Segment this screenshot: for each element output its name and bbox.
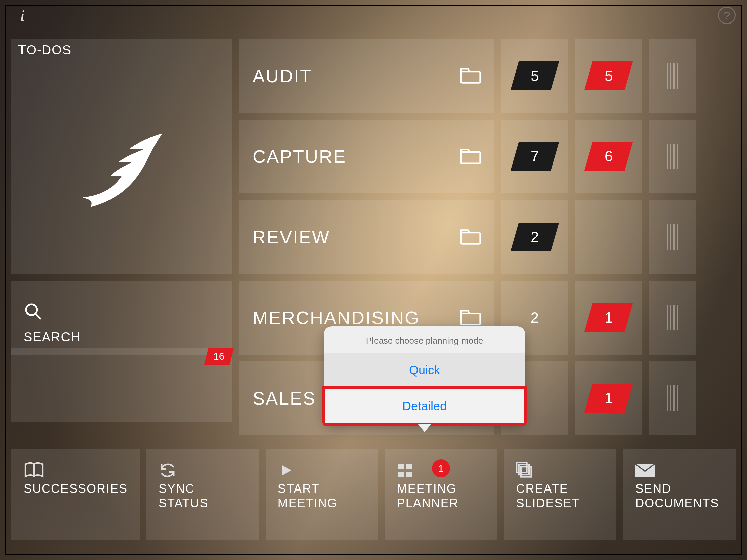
category-main[interactable]: CAPTURE [239,119,494,193]
svg-rect-9 [406,464,412,469]
svg-rect-3 [461,152,480,163]
category-label: SALES [253,388,316,408]
dark-badge: 2 [511,222,559,251]
svg-rect-2 [461,72,480,83]
brand-logo [11,69,232,274]
dark-badge: 7 [511,142,559,171]
category-count-secondary[interactable]: 6 [575,119,642,193]
category-main[interactable]: AUDIT [239,39,494,113]
folder-icon [460,310,481,326]
bottom-book-button[interactable]: SUCCESSORIES [11,449,140,540]
bottom-mail-button[interactable]: SEND DOCUMENTS [623,449,736,540]
svg-rect-11 [406,472,412,477]
svg-rect-8 [398,464,404,469]
category-label: REVIEW [253,226,330,247]
svg-rect-10 [398,472,404,477]
todos-tile[interactable]: TO-DOS [11,39,232,274]
help-icon[interactable]: ? [718,7,736,24]
todos-count-badge: 16 [204,348,234,365]
red-badge: 1 [585,384,633,412]
category-drag-handle[interactable] [649,200,696,274]
category-drag-handle[interactable] [649,281,696,354]
svg-rect-4 [461,233,480,244]
folder-icon [460,68,481,84]
search-tile[interactable]: SEARCH [11,281,232,354]
bottom-item-label: CREATE SLIDESET [516,481,604,510]
bottom-item-label: START MEETING [278,481,366,510]
category-count-secondary[interactable]: 1 [575,361,642,435]
bottom-item-label: SUCCESSORIES [24,481,128,496]
bottom-item-label: SEND DOCUMENTS [635,481,723,510]
category-drag-handle[interactable] [649,361,696,435]
category-row: CAPTURE76 [239,119,736,193]
sync-icon [158,459,247,481]
category-count-primary[interactable]: 5 [501,39,568,113]
drag-handle-icon[interactable] [667,385,678,411]
mail-icon [635,459,723,481]
bottom-sync-button[interactable]: SYNC STATUS [147,449,259,540]
category-label: CAPTURE [253,146,346,167]
red-badge: 1 [585,303,633,332]
category-count-secondary[interactable]: 5 [575,39,642,113]
bottom-grid-button[interactable]: 1MEETING PLANNER [385,449,497,540]
category-row: REVIEW2 [239,200,736,274]
category-count-secondary[interactable] [575,200,642,274]
category-drag-handle[interactable] [649,39,696,113]
popover-title: Please choose planning mode [324,326,525,353]
bottom-play-button[interactable]: START MEETING [266,449,378,540]
category-count-secondary[interactable]: 1 [575,281,642,354]
drag-handle-icon[interactable] [667,305,678,330]
popover-option-detailed[interactable]: Detailed [323,386,527,426]
drag-handle-icon[interactable] [667,224,678,250]
notification-badge: 1 [432,459,450,477]
info-icon[interactable]: i [20,7,25,25]
bottom-item-label: SYNC STATUS [158,481,247,510]
book-icon [24,459,128,481]
category-row: AUDIT55 [239,39,736,113]
planning-mode-popover: Please choose planning mode Quick Detail… [324,326,525,425]
popover-arrow-icon [418,424,431,432]
folder-icon [460,149,481,164]
svg-rect-5 [461,313,480,325]
play-icon [278,459,366,481]
red-badge: 5 [585,61,633,90]
dark-badge: 5 [511,61,559,90]
drag-handle-icon[interactable] [667,144,678,169]
category-label: MERCHANDISING [253,307,420,328]
stack-icon [516,459,604,481]
category-main[interactable]: REVIEW [239,200,494,274]
search-icon [24,302,220,321]
category-drag-handle[interactable] [649,119,696,193]
plain-count: 2 [531,309,539,326]
dove-icon [68,128,175,215]
category-label: AUDIT [253,65,312,86]
category-count-primary[interactable]: 2 [501,200,568,274]
bottom-item-label: MEETING PLANNER [397,481,485,510]
red-badge: 6 [585,142,633,171]
left-lower-tile[interactable]: 16 [11,348,232,422]
search-label: SEARCH [24,330,220,344]
popover-option-quick[interactable]: Quick [324,353,525,388]
todos-label: TO-DOS [18,43,72,57]
category-count-primary[interactable]: 7 [501,119,568,193]
svg-line-1 [35,314,41,319]
drag-handle-icon[interactable] [667,63,678,89]
bottom-stack-button[interactable]: CREATE SLIDESET [504,449,616,540]
svg-point-0 [26,304,37,315]
folder-icon [460,229,481,245]
